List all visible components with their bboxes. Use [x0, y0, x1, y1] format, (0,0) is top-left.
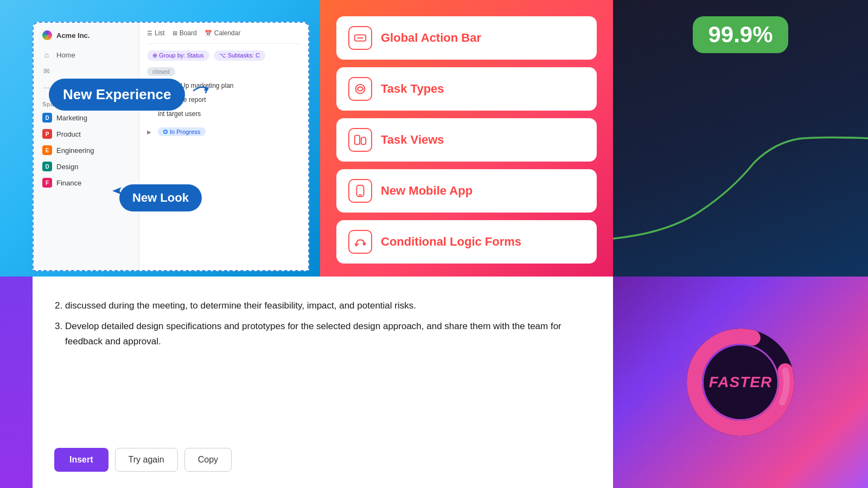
ai-text-item-3: Develop detailed design specifications a…: [65, 319, 591, 349]
ai-content-area: discussed during the meeting, to determi…: [33, 277, 613, 488]
task-name-target: int target users: [158, 110, 201, 118]
filter-subtasks-label: ⌥ Subtasks: C: [219, 52, 260, 59]
filter-bar: ⊕ Group by: Status ⌥ Subtasks: C: [147, 50, 301, 61]
new-look-bubble: New Look: [119, 184, 202, 211]
in-progress-dot: [163, 130, 168, 134]
tab-list[interactable]: ☰ List: [147, 29, 165, 39]
feature-label-global-action-bar: Global Action Bar: [381, 31, 481, 45]
space-name-design: Design: [56, 163, 78, 171]
tab-board[interactable]: ⊞ Board: [173, 29, 197, 39]
stats-curve-chart: [613, 136, 868, 244]
task-views-icon: [353, 133, 367, 147]
feature-item-global-action-bar[interactable]: Global Action Bar: [336, 16, 597, 60]
space-avatar-engineering: E: [42, 145, 52, 155]
feature-item-mobile-app[interactable]: New Mobile App: [336, 169, 597, 213]
section-arrow: ▶: [147, 129, 151, 135]
feature-item-task-types[interactable]: Task Types: [336, 67, 597, 111]
svg-rect-6: [361, 137, 366, 144]
main-tab-bar: ☰ List ⊞ Board 📅 Calendar: [147, 29, 301, 44]
closed-section: closed: [147, 67, 301, 76]
in-progress-label: In Progress: [170, 129, 200, 135]
donut-chart: FASTER: [681, 323, 800, 442]
stats-panel: 99.9%: [613, 0, 868, 277]
filter-group-status[interactable]: ⊕ Group by: Status: [147, 50, 209, 61]
space-avatar-finance: F: [42, 178, 52, 188]
company-logo-row[interactable]: Acme Inc.: [34, 30, 139, 47]
ai-text-item-2: discussed during the meeting, to determi…: [65, 298, 591, 313]
copy-button[interactable]: Copy: [184, 448, 232, 472]
sidebar-item-home[interactable]: ⌂ Home: [34, 47, 139, 63]
nav-home-label: Home: [56, 51, 75, 59]
space-design[interactable]: D Design: [34, 158, 139, 175]
task-views-icon-wrap: [348, 128, 372, 152]
clickup-window: Acme Inc. ⌂ Home ✉ ··· Spaces D Marketin…: [33, 22, 309, 271]
action-bar-icon: [353, 31, 367, 45]
tab-board-label: Board: [180, 29, 197, 37]
space-avatar-design: D: [42, 162, 52, 171]
sidebar-item-inbox[interactable]: ✉: [34, 63, 139, 79]
mobile-app-icon: [353, 184, 367, 198]
ai-button-group: Insert Try again Copy: [54, 448, 591, 472]
task-row-inprogress[interactable]: ▶ In Progress: [147, 125, 301, 139]
calendar-icon: 📅: [205, 30, 212, 37]
space-name-finance: Finance: [56, 179, 81, 187]
board-icon: ⊞: [173, 30, 177, 37]
inbox-icon: ✉: [42, 67, 51, 75]
new-experience-bubble: New Experience: [49, 79, 185, 111]
clickup-sidebar: Acme Inc. ⌂ Home ✉ ··· Spaces D Marketin…: [34, 23, 139, 270]
ai-text-body: discussed during the meeting, to determi…: [54, 298, 591, 355]
space-name-product: Product: [56, 130, 81, 138]
faster-label: FASTER: [709, 374, 772, 391]
space-avatar-product: P: [42, 129, 52, 139]
ai-panel: discussed during the meeting, to determi…: [0, 277, 613, 488]
clickup-main-content: ☰ List ⊞ Board 📅 Calendar ⊕ Group by: St…: [139, 23, 308, 270]
forms-icon: [353, 235, 367, 249]
features-panel: Global Action Bar Task Types Task Views: [320, 0, 613, 277]
svg-marker-1: [112, 187, 122, 194]
svg-rect-5: [355, 136, 360, 145]
faster-panel: FASTER: [613, 277, 868, 488]
space-avatar-marketing: D: [42, 113, 52, 123]
space-product[interactable]: P Product: [34, 126, 139, 142]
feature-label-task-views: Task Views: [381, 133, 444, 147]
closed-badge: closed: [147, 67, 175, 76]
space-name-engineering: Engineering: [56, 146, 94, 155]
ai-text-design: Develop detailed design specifications a…: [65, 321, 561, 346]
home-icon: ⌂: [42, 50, 51, 59]
forms-icon-wrap: [348, 230, 372, 254]
tab-calendar-label: Calendar: [214, 29, 241, 37]
space-marketing[interactable]: D Marketing: [34, 110, 139, 126]
in-progress-badge: In Progress: [158, 127, 206, 136]
arrow-exp-icon: [193, 84, 209, 97]
stats-percent-badge: 99.9%: [693, 16, 788, 53]
filter-group-label: ⊕ Group by: Status: [152, 52, 204, 59]
list-icon: ☰: [147, 30, 152, 37]
feature-item-task-views[interactable]: Task Views: [336, 118, 597, 162]
arrow-look-icon: [112, 185, 123, 196]
ai-text-feasibility: discussed during the meeting, to determi…: [65, 300, 416, 311]
try-again-button[interactable]: Try again: [115, 448, 178, 472]
feature-label-forms: Conditional Logic Forms: [381, 235, 521, 249]
feature-label-task-types: Task Types: [381, 82, 444, 96]
space-name-marketing: Marketing: [56, 114, 87, 122]
space-engineering[interactable]: E Engineering: [34, 142, 139, 158]
tab-calendar[interactable]: 📅 Calendar: [205, 29, 241, 39]
task-types-icon: [353, 82, 367, 96]
mobile-app-icon-wrap: [348, 179, 372, 203]
company-name: Acme Inc.: [56, 31, 90, 40]
clickup-panel: Acme Inc. ⌂ Home ✉ ··· Spaces D Marketin…: [0, 0, 320, 277]
filter-subtasks[interactable]: ⌥ Subtasks: C: [214, 50, 265, 61]
insert-button[interactable]: Insert: [54, 448, 108, 472]
feature-item-forms[interactable]: Conditional Logic Forms: [336, 220, 597, 264]
feature-label-mobile-app: New Mobile App: [381, 184, 473, 198]
purple-accent-bar: [0, 277, 33, 488]
clickup-logo-icon: [42, 30, 52, 40]
task-types-icon-wrap: [348, 77, 372, 101]
task-row-target[interactable]: int target users: [158, 107, 301, 120]
tab-list-label: List: [155, 29, 165, 37]
action-bar-icon-wrap: [348, 26, 372, 50]
